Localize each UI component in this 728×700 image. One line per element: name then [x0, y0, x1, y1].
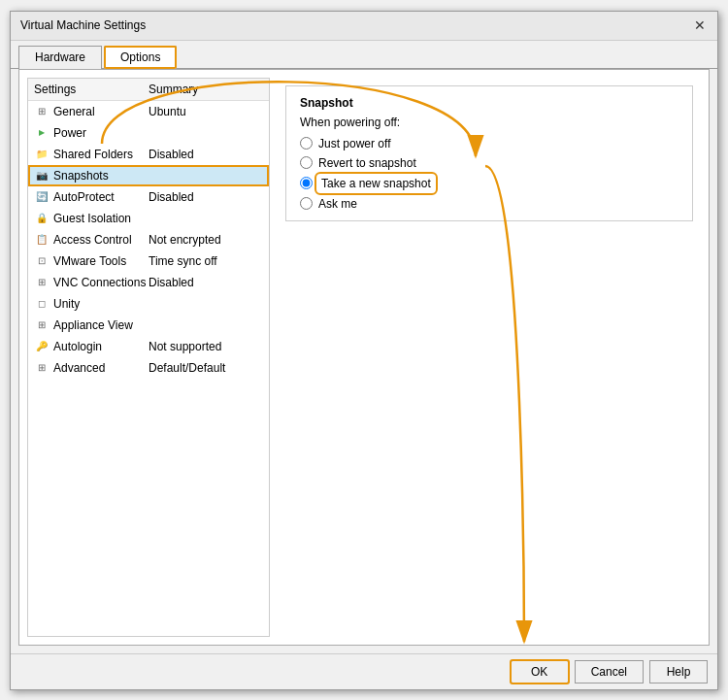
settings-row-general[interactable]: General Ubuntu [28, 101, 269, 122]
tab-bar: Hardware Options [11, 41, 717, 69]
row-name-general: General [34, 104, 149, 119]
vnc-icon [34, 275, 50, 290]
help-button[interactable]: Help [649, 660, 708, 683]
window-title: Virtual Machine Settings [20, 18, 146, 32]
settings-row-shared[interactable]: Shared Folders Disabled [28, 144, 269, 165]
radio-take-new-snapshot-input[interactable] [300, 177, 313, 189]
take-snapshot-label: Take a new snapshot [318, 176, 434, 191]
settings-row-autoprotect[interactable]: AutoProtect Disabled [28, 186, 269, 208]
power-icon [34, 125, 50, 141]
close-button[interactable]: ✕ [692, 17, 708, 33]
row-name-autologin: Autologin [34, 339, 149, 354]
settings-row-autologin[interactable]: Autologin Not supported [28, 336, 269, 357]
radio-take-new-snapshot[interactable]: Take a new snapshot [300, 176, 678, 191]
settings-row-vmware[interactable]: VMware Tools Time sync off [28, 250, 269, 272]
shared-icon [34, 147, 50, 162]
main-content: Settings Summary General Ubuntu Power [18, 69, 710, 646]
right-panel: Snapshot When powering off: Just power o… [278, 78, 701, 637]
bottom-bar: OK Cancel Help [11, 653, 717, 689]
row-name-advanced: Advanced [34, 360, 149, 376]
tab-hardware[interactable]: Hardware [18, 46, 102, 69]
settings-row-advanced[interactable]: Advanced Default/Default [28, 357, 269, 379]
settings-row-access[interactable]: Access Control Not encrypted [28, 229, 269, 250]
access-icon [34, 232, 50, 248]
settings-row-appliance[interactable]: Appliance View [28, 315, 269, 336]
appliance-icon [34, 317, 50, 333]
tab-options[interactable]: Options [104, 46, 177, 69]
settings-row-unity[interactable]: Unity [28, 293, 269, 315]
general-icon [34, 104, 50, 119]
cancel-button[interactable]: Cancel [575, 660, 644, 683]
ok-button[interactable]: OK [511, 660, 569, 683]
unity-icon [34, 296, 50, 312]
col-summary-label: Summary [149, 83, 263, 96]
settings-row-vnc[interactable]: VNC Connections Disabled [28, 272, 269, 293]
settings-list: Settings Summary General Ubuntu Power [27, 78, 270, 637]
autoprotect-icon [34, 189, 50, 205]
settings-header: Settings Summary [28, 79, 269, 101]
row-name-vnc: VNC Connections [34, 275, 149, 290]
snapshot-section: Snapshot When powering off: Just power o… [285, 85, 693, 221]
settings-row-guest[interactable]: Guest Isolation [28, 208, 269, 229]
row-name-access: Access Control [34, 232, 149, 248]
radio-ask-me[interactable]: Ask me [300, 197, 678, 211]
row-name-autoprotect: AutoProtect [34, 189, 149, 205]
radio-just-power-off[interactable]: Just power off [300, 137, 678, 150]
row-name-vmware: VMware Tools [34, 253, 149, 269]
virtual-machine-settings-window: Virtual Machine Settings ✕ Hardware Opti… [10, 11, 718, 690]
row-name-shared: Shared Folders [34, 147, 149, 162]
row-name-snapshots: Snapshots [34, 168, 149, 183]
settings-row-snapshots[interactable]: Snapshots [28, 165, 269, 186]
advanced-icon [34, 360, 50, 376]
col-settings-label: Settings [34, 83, 149, 96]
snapshot-section-title: Snapshot [300, 96, 678, 110]
title-bar: Virtual Machine Settings ✕ [11, 12, 717, 41]
radio-ask-me-input[interactable] [300, 197, 313, 210]
row-name-appliance: Appliance View [34, 317, 149, 333]
snapshots-icon [34, 168, 50, 183]
snapshot-subtitle: When powering off: [300, 116, 678, 129]
radio-just-power-off-input[interactable] [300, 137, 313, 150]
snapshot-radio-group: Just power off Revert to snapshot Take a… [300, 137, 678, 211]
autologin-icon [34, 339, 50, 354]
guest-icon [34, 211, 50, 226]
settings-row-power[interactable]: Power [28, 122, 269, 144]
radio-revert-snapshot[interactable]: Revert to snapshot [300, 156, 678, 170]
row-name-unity: Unity [34, 296, 149, 312]
row-name-power: Power [34, 125, 149, 141]
row-name-guest: Guest Isolation [34, 211, 149, 226]
vmware-icon [34, 253, 50, 269]
radio-revert-snapshot-input[interactable] [300, 156, 313, 169]
